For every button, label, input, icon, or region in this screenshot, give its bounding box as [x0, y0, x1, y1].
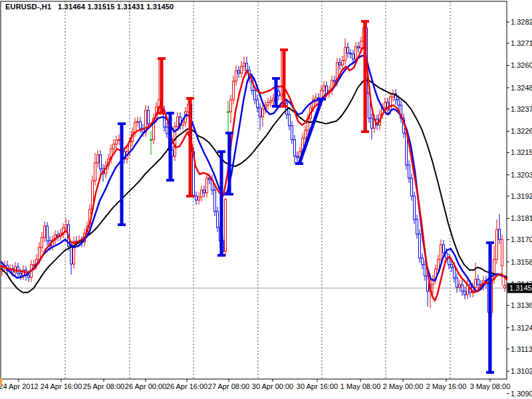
x-axis-label: 26 Apr 16:00 — [166, 382, 207, 390]
y-axis: 1.328251.327151.326001.324851.323751.322… — [507, 18, 532, 398]
x-axis-label: 26 Apr 00:00 — [125, 382, 166, 390]
x-axis-label: 24 Apr 2012 — [0, 382, 39, 390]
y-axis-label: 1.30905 — [511, 390, 532, 398]
y-axis-label: 1.31135 — [511, 345, 532, 353]
y-axis-label: 1.32035 — [511, 171, 532, 179]
price-chart[interactable]: 1.328251.327151.326001.324851.323751.322… — [0, 0, 532, 399]
y-axis-label: 1.31810 — [511, 214, 532, 222]
chart-title-ohlc: EURUSD-,H1 1.31464 1.31515 1.31431 1.314… — [5, 3, 174, 11]
chart-shift-marker — [0, 378, 2, 386]
y-axis-label: 1.32485 — [511, 84, 532, 92]
x-axis-label: 30 Apr 16:00 — [297, 382, 338, 390]
y-axis-label: 1.32825 — [511, 18, 532, 26]
x-axis-label: 2 May 16:00 — [426, 382, 467, 390]
y-axis-label: 1.32150 — [511, 148, 532, 156]
x-axis-label: 25 Apr 08:00 — [83, 382, 124, 390]
y-axis-label: 1.32375 — [511, 105, 532, 113]
x-axis-label: 27 Apr 08:00 — [208, 382, 249, 390]
y-axis-label: 1.31360 — [511, 301, 532, 309]
x-axis-label: 3 May 08:00 — [470, 382, 511, 390]
y-axis-label: 1.31585 — [511, 258, 532, 266]
y-axis-label: 1.32600 — [511, 61, 532, 69]
y-axis-label: 1.31925 — [511, 192, 532, 200]
mt4-chart-window: EURUSD-,H1 1.31464 1.31515 1.31431 1.314… — [0, 0, 532, 399]
current-price-label: 1.31450 — [509, 284, 532, 292]
x-axis-label: 24 Apr 16:00 — [41, 382, 82, 390]
x-axis: 24 Apr 201224 Apr 16:0025 Apr 08:0026 Ap… — [0, 379, 510, 390]
x-axis-label: 1 May 08:00 — [340, 382, 381, 390]
x-axis-label: 2 May 00:00 — [383, 382, 424, 390]
plot-border — [1, 1, 507, 379]
y-axis-label: 1.32715 — [511, 39, 532, 47]
y-axis-label: 1.31700 — [511, 235, 532, 243]
y-axis-label: 1.31020 — [511, 367, 532, 375]
x-axis-label: 30 Apr 00:00 — [252, 382, 293, 390]
y-axis-label: 1.32260 — [511, 127, 532, 135]
y-axis-label: 1.31245 — [511, 324, 532, 332]
